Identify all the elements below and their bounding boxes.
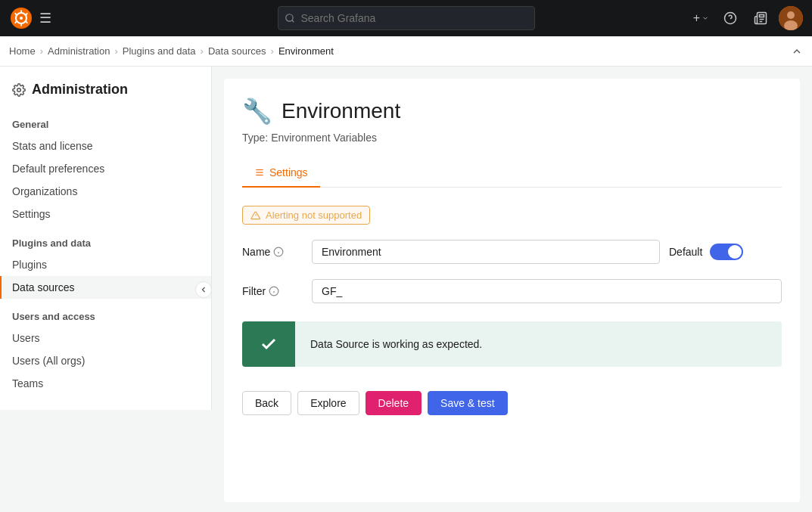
alerting-not-supported-badge: Alerting not supported <box>242 206 370 225</box>
name-info-icon[interactable] <box>273 247 284 257</box>
sidebar-section-users: Users and access <box>0 299 211 327</box>
hamburger-button[interactable]: ☰ <box>39 10 51 26</box>
sidebar-wrapper: Administration General Stats and license… <box>0 67 212 512</box>
search-input[interactable] <box>278 6 535 30</box>
main-content: 🔧 Environment Type: Environment Variable… <box>212 67 812 512</box>
breadcrumb-sep-3: › <box>201 45 204 57</box>
filter-info-icon[interactable] <box>269 286 279 296</box>
sidebar-section-plugins: Plugins and data <box>0 225 211 253</box>
topnav: ☰ + <box>0 0 812 36</box>
add-button[interactable]: + <box>690 11 712 25</box>
default-toggle-wrap: Default <box>669 244 743 260</box>
content-card: 🔧 Environment Type: Environment Variable… <box>224 79 800 502</box>
name-label: Name <box>242 246 303 258</box>
success-box: Data Source is working as expected. <box>242 321 782 367</box>
breadcrumb-collapse-button[interactable] <box>791 45 803 57</box>
collapse-sidebar-button[interactable] <box>195 281 212 298</box>
settings-tab-icon <box>254 167 265 178</box>
breadcrumb-sep-4: › <box>271 45 274 57</box>
chevron-down-icon <box>702 14 709 22</box>
topnav-right: + <box>690 6 803 30</box>
avatar[interactable] <box>779 6 803 30</box>
success-icon-part <box>242 321 295 367</box>
sidebar-header: Administration <box>0 67 211 107</box>
save-test-button[interactable]: Save & test <box>428 391 508 415</box>
delete-button[interactable]: Delete <box>366 391 422 415</box>
svg-point-9 <box>285 14 292 21</box>
page-title: Environment <box>282 99 400 123</box>
breadcrumb-administration[interactable]: Administration <box>48 45 110 57</box>
breadcrumb-home[interactable]: Home <box>9 45 36 57</box>
check-icon <box>260 335 278 353</box>
sidebar-item-users[interactable]: Users <box>0 327 211 349</box>
default-label: Default <box>669 246 702 258</box>
name-input[interactable] <box>312 240 660 264</box>
sidebar-item-plugins[interactable]: Plugins <box>0 253 211 276</box>
grafana-logo[interactable] <box>9 6 33 30</box>
page-icon: 🔧 <box>242 97 272 126</box>
breadcrumb-sep-1: › <box>40 45 43 57</box>
sidebar-title: Administration <box>32 82 128 98</box>
filter-input[interactable] <box>312 279 782 303</box>
sidebar-item-stats[interactable]: Stats and license <box>0 135 211 157</box>
tabs: Settings <box>242 159 782 188</box>
breadcrumb-plugins-data[interactable]: Plugins and data <box>123 45 196 57</box>
toggle-slider <box>710 244 743 260</box>
page-subtitle: Type: Environment Variables <box>242 132 782 144</box>
breadcrumb-current: Environment <box>278 45 334 57</box>
news-button[interactable] <box>748 6 773 30</box>
sidebar-item-data-sources[interactable]: Data sources <box>0 276 211 299</box>
breadcrumb-data-sources[interactable]: Data sources <box>208 45 266 57</box>
sidebar-item-users-all-orgs[interactable]: Users (All orgs) <box>0 349 211 372</box>
name-field-row: Name Default <box>242 240 782 264</box>
layout: Administration General Stats and license… <box>0 67 812 512</box>
default-toggle[interactable] <box>710 244 743 260</box>
chevron-left-icon <box>199 285 208 294</box>
breadcrumb-sep-2: › <box>114 45 117 57</box>
warning-icon <box>250 210 261 221</box>
search-icon <box>285 13 295 23</box>
action-buttons: Back Explore Delete Save & test <box>242 391 782 415</box>
help-icon <box>723 11 737 25</box>
filter-field-row: Filter <box>242 279 782 303</box>
breadcrumb-bar: Home › Administration › Plugins and data… <box>0 36 812 67</box>
sidebar-item-default-prefs[interactable]: Default preferences <box>0 157 211 180</box>
page-header: 🔧 Environment <box>242 97 782 126</box>
sidebar-item-organizations[interactable]: Organizations <box>0 180 211 203</box>
breadcrumb: Home › Administration › Plugins and data… <box>9 45 334 57</box>
filter-label: Filter <box>242 285 303 297</box>
avatar-image <box>779 6 803 30</box>
search-container <box>278 6 535 30</box>
explore-button[interactable]: Explore <box>297 391 359 415</box>
back-button[interactable]: Back <box>242 391 291 415</box>
alert-badge-text: Alerting not supported <box>266 209 362 221</box>
sidebar-item-teams[interactable]: Teams <box>0 372 211 395</box>
news-icon <box>754 11 767 25</box>
sidebar-section-general: General <box>0 107 211 135</box>
chevron-up-icon <box>791 45 803 57</box>
svg-point-15 <box>17 88 21 92</box>
svg-point-2 <box>20 17 23 20</box>
sidebar: Administration General Stats and license… <box>0 67 212 410</box>
sidebar-item-settings[interactable]: Settings <box>0 203 211 225</box>
svg-point-13 <box>787 11 795 19</box>
tab-settings[interactable]: Settings <box>242 159 320 188</box>
gear-icon <box>12 83 26 97</box>
help-button[interactable] <box>718 6 742 30</box>
success-text: Data Source is working as expected. <box>295 321 782 367</box>
search-icon-wrap <box>278 6 535 30</box>
